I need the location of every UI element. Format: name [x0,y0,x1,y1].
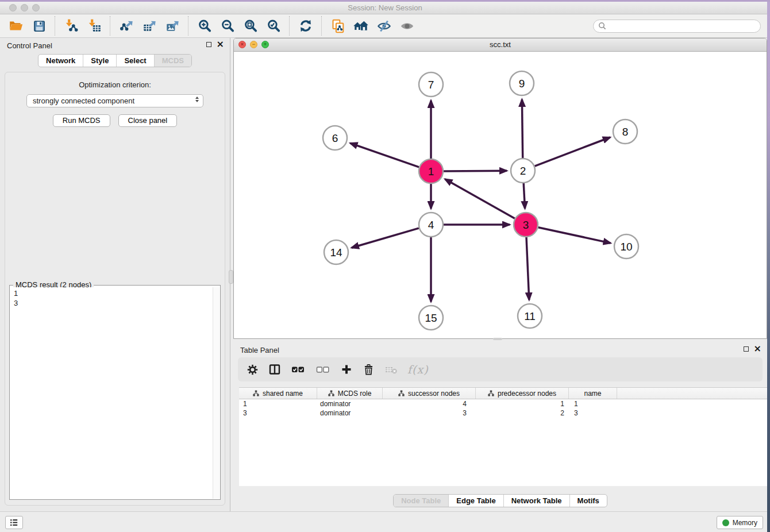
cell-mcds_role[interactable]: dominator [317,409,383,417]
search-icon [598,22,606,30]
zoom-fit-button[interactable] [239,16,262,36]
tab-motifs[interactable]: Motifs [569,495,607,507]
network-canvas[interactable]: 7968124314101511 [234,52,767,339]
tab-mcds[interactable]: MCDS [154,55,191,67]
zoom-out-button[interactable] [216,16,239,36]
memory-button[interactable]: Memory [717,516,763,529]
float-table-panel-icon[interactable] [744,346,749,352]
mcds-result-list[interactable]: 1 3 [10,287,213,499]
tab-network[interactable]: Network [38,55,83,67]
save-session-button[interactable] [28,16,51,36]
node-4[interactable]: 4 [419,213,443,237]
edge-3-11[interactable] [526,237,529,300]
vertical-splitter-handle[interactable] [229,270,233,284]
import-table-button[interactable] [83,16,106,36]
node-15[interactable]: 15 [419,306,443,330]
tab-node-table[interactable]: Node Table [394,495,448,507]
tab-style[interactable]: Style [83,55,116,67]
import-network-button[interactable] [60,16,83,36]
tab-select[interactable]: Select [116,55,153,67]
cell-shared_name[interactable]: 1 [239,400,317,408]
node-2[interactable]: 2 [511,159,535,183]
cell-successor_nodes[interactable]: 4 [383,400,476,408]
edge-4-14[interactable] [352,228,419,248]
edge-3-10[interactable] [538,228,611,243]
desktop-edge-right [767,2,770,532]
delete-column-button[interactable] [362,363,375,376]
hide-panel-button[interactable] [372,16,395,36]
node-7[interactable]: 7 [419,72,443,97]
export-network-button[interactable] [115,16,138,36]
column-header-shared-name[interactable]: shared name [239,388,317,399]
cell-name[interactable]: 1 [569,400,617,408]
zoom-in-button[interactable] [193,16,216,36]
cell-name[interactable]: 3 [569,409,617,417]
memory-label: Memory [733,519,757,527]
export-network-icon [119,18,134,33]
zoom-fit-icon [243,18,258,33]
run-mcds-button[interactable]: Run MCDS [53,114,110,127]
checked-boxes-icon [290,363,306,376]
edge-2-8[interactable] [535,137,610,166]
table-row[interactable]: 1dominator411 [239,399,767,408]
search-input[interactable] [606,21,760,30]
close-table-panel-icon[interactable]: × [754,345,761,352]
import-table-icon [87,18,102,33]
show-column-panel-button[interactable] [268,363,282,376]
network-window-title: scc.txt [234,38,767,51]
node-10[interactable]: 10 [614,234,638,259]
column-header-successor-nodes[interactable]: successor nodes [383,388,476,399]
node-11[interactable]: 11 [518,304,542,328]
edge-3-1[interactable] [445,179,514,219]
show-all-networks-button[interactable] [349,16,372,36]
svg-text:2: 2 [520,165,526,177]
table-row[interactable]: 3dominator323 [239,408,767,418]
node-3[interactable]: 3 [514,213,538,237]
select-all-columns-button[interactable] [290,363,306,376]
deselect-all-columns-button[interactable] [315,363,331,376]
create-column-button[interactable] [340,363,353,376]
task-history-button[interactable] [5,516,23,529]
column-header-MCDS-role[interactable]: MCDS role [317,388,383,399]
tab-network-table[interactable]: Network Table [503,495,569,507]
column-header-name[interactable]: name [569,388,617,399]
cell-mcds_role[interactable]: dominator [317,400,383,408]
edge-1-6[interactable] [351,143,419,167]
export-image-button[interactable] [161,16,184,36]
edge-2-3[interactable] [523,183,525,209]
edge-1-2[interactable] [444,171,507,171]
save-icon [32,19,47,33]
cell-predecessor_nodes[interactable]: 2 [476,409,569,417]
column-header-predecessor-nodes[interactable]: predecessor nodes [476,388,569,399]
houses-icon [353,18,369,34]
edge-2-9[interactable] [522,99,522,158]
table-settings-button[interactable] [246,363,259,376]
clone-network-button[interactable] [326,16,349,36]
clone-network-icon [330,18,346,34]
open-session-button[interactable] [5,16,28,36]
search-field[interactable] [593,20,761,33]
table-toolbar: f(x) [238,357,763,381]
node-6[interactable]: 6 [323,126,347,150]
result-scrollbar[interactable] [213,287,220,499]
window-title: Session: New Session [0,2,770,14]
cell-shared_name[interactable]: 3 [239,409,317,417]
cell-predecessor_nodes[interactable]: 1 [476,400,569,408]
horizontal-splitter-handle[interactable] [493,338,502,340]
node-9[interactable]: 9 [510,71,534,95]
svg-text:7: 7 [428,79,434,91]
export-table-button[interactable] [138,16,161,36]
tab-edge-table[interactable]: Edge Table [448,495,503,507]
node-8[interactable]: 8 [613,119,637,144]
node-1[interactable]: 1 [419,159,443,183]
show-panel-button[interactable] [395,16,418,36]
float-panel-icon[interactable] [206,42,211,47]
close-panel-button[interactable]: Close panel [118,114,178,127]
zoom-selected-button[interactable] [262,16,285,36]
close-panel-icon[interactable]: × [217,41,224,48]
cell-successor_nodes[interactable]: 3 [383,409,476,417]
criterion-dropdown[interactable]: strongly connected component [26,94,203,107]
zoom-selected-icon [266,18,281,33]
node-14[interactable]: 14 [324,240,348,264]
apply-layout-button[interactable] [294,16,317,36]
